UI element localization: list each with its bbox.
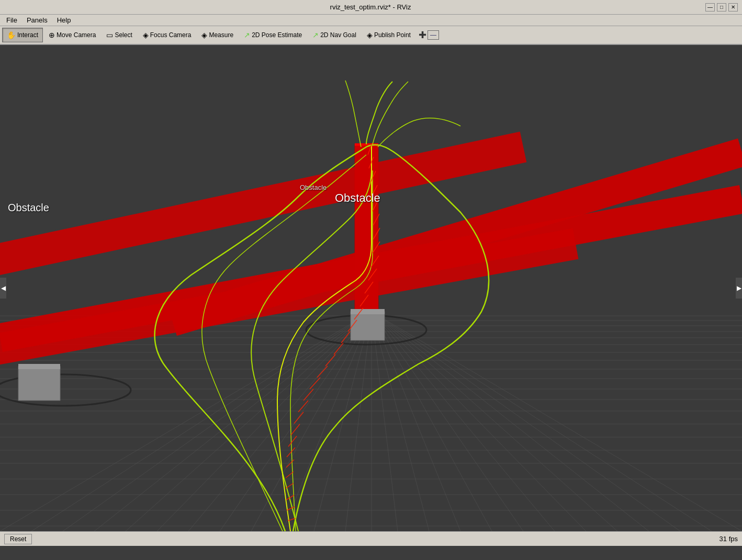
pose-estimate-button[interactable]: ↗ 2D Pose Estimate [239, 28, 307, 42]
svg-line-74 [334, 343, 343, 355]
svg-line-89 [368, 143, 372, 155]
svg-line-31 [283, 312, 372, 531]
status-bar: Reset 31 fps [0, 531, 742, 546]
svg-point-47 [0, 374, 131, 406]
viewport-svg [0, 45, 742, 531]
toolbar-extra: ✚ — [419, 29, 439, 41]
focus-camera-icon: ◈ [143, 31, 149, 39]
viewport[interactable]: Obstacle Obstacle Obstacle ◀ ▶ [0, 45, 742, 531]
left-panel-toggle[interactable]: ◀ [0, 278, 6, 299]
svg-rect-52 [355, 143, 378, 146]
svg-rect-49 [18, 367, 60, 401]
svg-line-25 [94, 312, 372, 531]
svg-line-68 [294, 412, 303, 424]
svg-line-37 [372, 312, 460, 531]
tool-dropdown-button[interactable]: — [428, 30, 439, 40]
publish-point-icon: ◈ [367, 31, 373, 39]
select-button[interactable]: ▭ Select [102, 28, 137, 42]
svg-line-56 [0, 199, 742, 338]
svg-rect-51 [355, 144, 378, 333]
menu-bar: File Panels Help [0, 15, 742, 26]
svg-line-87 [370, 171, 376, 182]
nav-goal-icon: ↗ [312, 31, 319, 39]
svg-point-48 [306, 315, 426, 345]
svg-line-67 [291, 424, 300, 435]
svg-line-79 [365, 282, 373, 293]
add-tool-button[interactable]: ✚ [419, 29, 426, 41]
svg-line-84 [373, 214, 379, 225]
obstacle-label-left: Obstacle [8, 202, 49, 214]
svg-line-71 [310, 378, 320, 389]
svg-line-76 [348, 320, 357, 332]
pose-estimate-icon: ↗ [244, 31, 250, 39]
window-title: rviz_test_optim.rviz* - RViz [36, 3, 705, 11]
svg-line-64 [286, 460, 294, 467]
menu-panels[interactable]: Panels [23, 15, 52, 25]
svg-line-60 [287, 507, 295, 510]
svg-rect-53 [351, 312, 385, 340]
svg-line-46 [372, 312, 742, 531]
minimize-button[interactable]: — [705, 3, 715, 12]
right-arrow-icon: ▶ [737, 284, 741, 292]
svg-line-45 [372, 312, 712, 531]
svg-line-83 [373, 228, 380, 239]
measure-button[interactable]: ◈ Measure [197, 28, 238, 42]
svg-line-73 [325, 355, 335, 366]
nav-goal-button[interactable]: ↗ 2D Nav Goal [308, 28, 361, 42]
svg-line-70 [303, 389, 313, 401]
svg-line-59 [288, 518, 296, 521]
svg-line-81 [371, 256, 379, 267]
svg-line-24 [63, 312, 372, 531]
svg-line-33 [345, 312, 372, 531]
svg-line-23 [31, 312, 372, 531]
title-bar: rviz_test_optim.rviz* - RViz — □ ✕ [0, 0, 742, 15]
interact-button[interactable]: ✋ Interact [2, 28, 43, 42]
window-controls[interactable]: — □ ✕ [705, 3, 738, 12]
svg-rect-50 [18, 364, 60, 369]
svg-line-61 [286, 495, 294, 500]
svg-line-41 [372, 312, 586, 531]
maximize-button[interactable]: □ [717, 3, 726, 12]
svg-line-86 [372, 185, 377, 197]
svg-rect-0 [0, 45, 742, 531]
svg-line-57 [0, 147, 523, 265]
svg-line-77 [354, 308, 363, 319]
svg-line-75 [341, 332, 350, 343]
fps-display: 31 fps [719, 535, 738, 543]
svg-line-43 [372, 312, 649, 531]
right-panel-toggle[interactable]: ▶ [736, 278, 742, 299]
svg-line-30 [251, 312, 372, 531]
svg-line-55 [173, 152, 742, 322]
reset-button[interactable]: Reset [4, 534, 32, 544]
toolbar: ✋ Interact ⊕ Move Camera ▭ Select ◈ Focu… [0, 26, 742, 45]
svg-line-72 [317, 366, 328, 378]
svg-line-26 [126, 312, 372, 531]
measure-icon: ◈ [201, 31, 207, 39]
move-camera-icon: ⊕ [49, 31, 55, 39]
svg-line-28 [188, 312, 372, 531]
svg-line-42 [372, 312, 617, 531]
move-camera-button[interactable]: ⊕ Move Camera [44, 28, 100, 42]
close-button[interactable]: ✕ [728, 3, 738, 12]
svg-line-69 [298, 401, 308, 412]
svg-line-38 [372, 312, 492, 531]
menu-help[interactable]: Help [53, 15, 75, 25]
svg-line-40 [372, 312, 555, 531]
svg-line-35 [372, 312, 398, 531]
svg-line-32 [314, 312, 372, 531]
publish-point-button[interactable]: ◈ Publish Point [362, 28, 415, 42]
svg-line-65 [287, 448, 295, 457]
svg-line-39 [372, 312, 523, 531]
select-icon: ▭ [106, 31, 113, 39]
svg-line-29 [220, 312, 372, 531]
menu-file[interactable]: File [2, 15, 21, 25]
svg-line-66 [288, 436, 297, 447]
svg-line-88 [369, 157, 374, 168]
left-arrow-icon: ◀ [1, 284, 6, 292]
svg-line-80 [368, 269, 377, 280]
focus-camera-button[interactable]: ◈ Focus Camera [138, 28, 196, 42]
svg-line-58 [0, 244, 576, 353]
svg-line-22 [0, 312, 372, 531]
svg-line-62 [286, 483, 294, 488]
svg-rect-54 [351, 309, 385, 314]
